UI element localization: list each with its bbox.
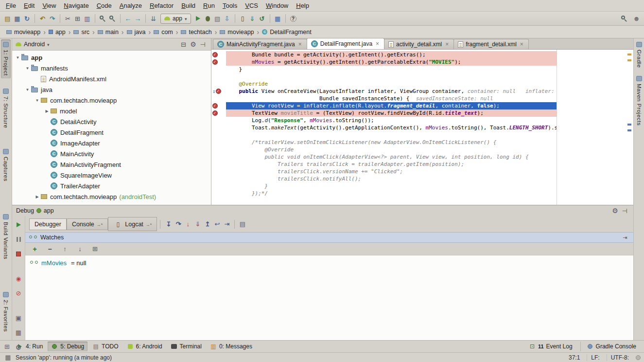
debug-tab-logcat[interactable]: Logcat (108, 217, 157, 231)
breadcrumb-item-techtach[interactable]: techtach (178, 28, 214, 36)
resume-icon[interactable] (14, 220, 23, 229)
breadcrumb-item-src[interactable]: src (71, 28, 92, 36)
toolwindow-button-6-android[interactable]: 6: Android (123, 342, 166, 351)
menu-item-file[interactable]: File (2, 0, 20, 11)
hector-icon[interactable] (636, 355, 641, 360)
tree-item-java[interactable]: ▼java (12, 84, 211, 95)
breakpoint-icon[interactable] (212, 110, 218, 116)
debug-tab-console[interactable]: Console (67, 218, 108, 230)
code-line[interactable]: public void onItemClick(AdapterView<?> p… (211, 153, 633, 161)
tool-button-1-project[interactable]: 1: Project (1, 39, 11, 78)
tab-activity-detail-xml[interactable]: activity_detail.xml (384, 39, 454, 49)
line-separator-indicator[interactable]: LF: (587, 354, 603, 361)
chevron-down-icon[interactable]: ▼ (34, 98, 41, 103)
forward-icon[interactable] (133, 14, 142, 23)
move-down-icon[interactable] (75, 244, 85, 253)
breadcrumb-item-main[interactable]: main (95, 28, 121, 36)
move-up-icon[interactable] (60, 244, 70, 253)
collapse-all-icon[interactable] (179, 40, 188, 49)
toolwindow-button-todo[interactable]: TODO (89, 342, 122, 351)
error-stripe-mark[interactable] (627, 54, 631, 55)
help-icon[interactable] (289, 14, 298, 23)
watch-entry[interactable]: mMovies= null (30, 258, 628, 268)
sync-icon[interactable] (22, 14, 32, 23)
tab-mainactivityfragment-java[interactable]: MainActivityFragment.java (213, 39, 307, 49)
caret-position[interactable]: 37:1 (565, 354, 584, 361)
error-stripe-mark[interactable] (627, 129, 631, 131)
error-stripe-mark[interactable] (627, 124, 631, 126)
toolwindow-button-gradle-console[interactable]: Gradle Console (580, 342, 640, 351)
sdk-icon[interactable] (248, 14, 257, 23)
menu-item-refactor[interactable]: Refactor (146, 0, 177, 11)
code-line[interactable]: mMovies = getActivity().getIntent().getP… (211, 58, 633, 66)
toolwindow-button-5-debug[interactable]: 5: Debug (48, 342, 87, 351)
code-line[interactable]: Bundle bundle = getActivity().getIntent(… (211, 51, 633, 58)
add-icon[interactable] (30, 244, 39, 253)
menu-item-view[interactable]: View (38, 0, 60, 11)
code-line[interactable]: @Override (211, 146, 633, 153)
chevron-down-icon[interactable]: ▼ (24, 88, 31, 92)
menu-item-edit[interactable]: Edit (20, 0, 38, 11)
code-line[interactable]: Toast.makeText(getActivity().getApplicat… (211, 124, 633, 131)
remove-icon[interactable] (45, 244, 54, 253)
breakpoint-icon[interactable] (212, 103, 218, 109)
toolwindow-button-terminal[interactable]: Terminal (167, 342, 205, 351)
menu-item-vcs[interactable]: VCS (241, 0, 262, 11)
breadcrumb-item-movieapp[interactable]: movieapp (4, 28, 43, 36)
grid-icon[interactable] (14, 328, 23, 337)
undo-icon[interactable] (38, 14, 47, 23)
code-line[interactable]: /*trailerView.setOnItemClickListener(new… (211, 139, 633, 146)
tree-item-androidmanifest-xml[interactable]: AndroidManifest.xml (12, 73, 211, 84)
chevron-down-icon[interactable]: ▼ (14, 55, 21, 60)
menu-item-build[interactable]: Build (177, 0, 199, 11)
code-line[interactable]: Log.d("Response", mMovies.toString()); (211, 117, 633, 124)
breakpoint-icon[interactable] (212, 52, 218, 57)
close-icon[interactable] (375, 41, 380, 47)
tool-button-gradle[interactable]: Gradle (634, 39, 644, 71)
device-icon[interactable] (238, 14, 247, 23)
menu-item-help[interactable]: Help (292, 0, 313, 11)
duplicate-icon[interactable] (90, 244, 100, 253)
tree-item-app[interactable]: ▼app (12, 52, 211, 63)
back-icon[interactable] (123, 14, 133, 23)
menu-item-analyze[interactable]: Analyze (116, 0, 146, 11)
breadcrumb-item-java[interactable]: java (124, 28, 148, 36)
tab-fragment-detail-xml[interactable]: fragment_detail.xml (453, 39, 529, 49)
step-out-icon[interactable] (203, 219, 212, 229)
chevron-right-icon[interactable]: ▶ (43, 109, 51, 113)
status-grid-icon[interactable] (3, 353, 13, 362)
tree-item-squareimageview[interactable]: SquareImageView (12, 170, 211, 181)
tree-item-com-techtach-movieapp-androidtest[interactable]: ▶com.techtach.movieapp(androidTest) (12, 191, 211, 202)
code-line[interactable]: @Override (211, 80, 633, 88)
hide-icon[interactable] (620, 206, 629, 216)
tree-item-traileradapter[interactable]: TrailerAdapter (12, 181, 211, 191)
force-step-into-icon[interactable] (193, 219, 202, 229)
menu-item-code[interactable]: Code (93, 0, 116, 11)
save-icon[interactable] (13, 14, 22, 23)
tool-button-7-structure[interactable]: 7: Structure (1, 86, 11, 130)
breadcrumb-item-movieapp[interactable]: movieapp (217, 28, 256, 36)
project-view-selector[interactable]: Android (24, 41, 45, 48)
hide-icon[interactable] (198, 40, 208, 49)
chevron-down-icon[interactable]: ▼ (24, 66, 31, 71)
error-stripe-mark[interactable] (627, 59, 631, 61)
toolwindow-button-0-messages[interactable]: 0: Messages (207, 342, 256, 351)
breakpoint-icon[interactable] (212, 59, 218, 65)
show-execution-point-icon[interactable] (164, 219, 173, 229)
encoding-indicator[interactable]: UTF-8: (607, 354, 633, 361)
stop-icon[interactable] (14, 249, 23, 258)
tool-button-maven-projects[interactable]: Maven Projects (634, 73, 644, 128)
coverage-icon[interactable] (213, 14, 222, 23)
replace-icon[interactable] (108, 14, 117, 23)
menu-item-navigate[interactable]: Navigate (60, 0, 92, 11)
code-line[interactable]: Trailers trailersClick = trailerAdapter.… (211, 161, 633, 168)
breadcrumb-item-detailfragment[interactable]: DetailFragment (260, 28, 313, 36)
breakpoint-icon[interactable] (216, 89, 221, 94)
toolwindow-switcher-icon[interactable] (2, 342, 12, 351)
capture-icon[interactable] (14, 313, 23, 323)
code-line[interactable]: TextView movieTitle = (TextView) rootVie… (211, 109, 633, 117)
code-line[interactable]: trailersClick.versionName += "Clicked"; (211, 168, 633, 175)
redo-icon[interactable] (48, 14, 57, 23)
tool-button-captures[interactable]: Captures (1, 146, 11, 184)
code-line[interactable]: } (211, 182, 633, 190)
